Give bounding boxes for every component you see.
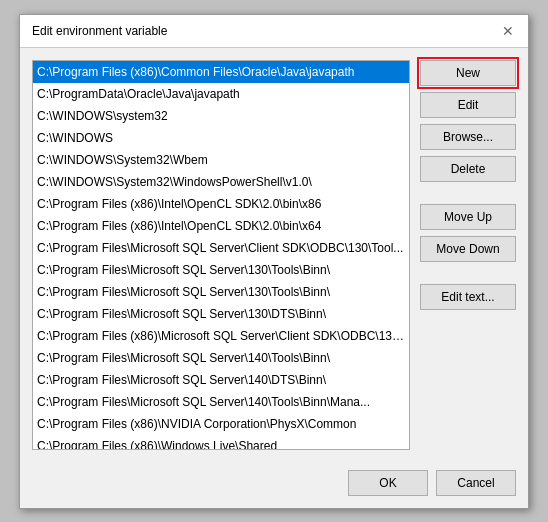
list-item[interactable]: C:\Program Files (x86)\Intel\OpenCL SDK\… (33, 215, 409, 237)
list-item[interactable]: C:\WINDOWS\System32\WindowsPowerShell\v1… (33, 171, 409, 193)
env-variable-list[interactable]: C:\Program Files (x86)\Common Files\Orac… (32, 60, 410, 450)
list-item[interactable]: C:\ProgramData\Oracle\Java\javapath (33, 83, 409, 105)
edit-button[interactable]: Edit (420, 92, 516, 118)
list-item[interactable]: C:\Program Files (x86)\Intel\OpenCL SDK\… (33, 193, 409, 215)
cancel-button[interactable]: Cancel (436, 470, 516, 496)
dialog-content: C:\Program Files (x86)\Common Files\Orac… (20, 48, 528, 462)
edit-env-dialog: Edit environment variable ✕ C:\Program F… (19, 14, 529, 509)
list-item[interactable]: C:\Program Files (x86)\NVIDIA Corporatio… (33, 413, 409, 435)
delete-button[interactable]: Delete (420, 156, 516, 182)
list-item[interactable]: C:\WINDOWS\System32\Wbem (33, 149, 409, 171)
list-item[interactable]: C:\WINDOWS\system32 (33, 105, 409, 127)
list-item[interactable]: C:\WINDOWS (33, 127, 409, 149)
ok-button[interactable]: OK (348, 470, 428, 496)
list-item[interactable]: C:\Program Files\Microsoft SQL Server\Cl… (33, 237, 409, 259)
action-buttons: New Edit Browse... Delete Move Up Move D… (420, 60, 516, 450)
browse-button[interactable]: Browse... (420, 124, 516, 150)
list-item[interactable]: C:\Program Files (x86)\Common Files\Orac… (33, 61, 409, 83)
list-item[interactable]: C:\Program Files\Microsoft SQL Server\13… (33, 281, 409, 303)
list-item[interactable]: C:\Program Files\Microsoft SQL Server\14… (33, 347, 409, 369)
list-item[interactable]: C:\Program Files\Microsoft SQL Server\14… (33, 391, 409, 413)
list-item[interactable]: C:\Program Files\Microsoft SQL Server\14… (33, 369, 409, 391)
dialog-title: Edit environment variable (32, 24, 167, 38)
list-item[interactable]: C:\Program Files\Microsoft SQL Server\13… (33, 259, 409, 281)
edit-text-button[interactable]: Edit text... (420, 284, 516, 310)
list-item[interactable]: C:\Program Files\Microsoft SQL Server\13… (33, 303, 409, 325)
list-item[interactable]: C:\Program Files (x86)\Windows Live\Shar… (33, 435, 409, 450)
list-item[interactable]: C:\Program Files (x86)\Microsoft SQL Ser… (33, 325, 409, 347)
title-bar: Edit environment variable ✕ (20, 15, 528, 48)
move-down-button[interactable]: Move Down (420, 236, 516, 262)
new-button[interactable]: New (420, 60, 516, 86)
close-button[interactable]: ✕ (500, 23, 516, 39)
move-up-button[interactable]: Move Up (420, 204, 516, 230)
dialog-footer: OK Cancel (20, 462, 528, 508)
